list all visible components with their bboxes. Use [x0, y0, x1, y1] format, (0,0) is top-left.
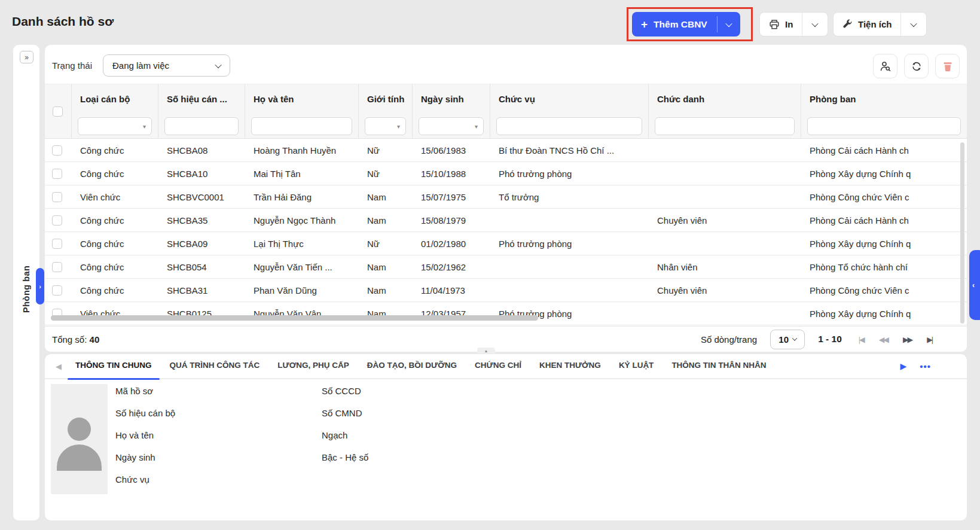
cell-chuc_danh: Chuyên viên: [649, 279, 801, 301]
cell-so_hieu: SHCBA09: [158, 232, 245, 255]
detail-field-label: Chức vụ: [115, 474, 175, 485]
vertical-scrollbar[interactable]: [960, 142, 964, 324]
filter-cell-1: [158, 113, 245, 139]
cell-gioi_tinh: Nam: [359, 185, 413, 208]
filter-input-2[interactable]: [251, 117, 352, 135]
table-row[interactable]: Công chứcSHCBA31Phan Văn DũngNam11/04/19…: [45, 279, 967, 302]
trash-icon: [943, 61, 952, 72]
tab-2[interactable]: LƯƠNG, PHỤ CẤP: [268, 354, 358, 379]
detail-field-label: Số CMND: [322, 408, 368, 418]
table-row[interactable]: Công chứcSHCBA09Lại Thị ThựcNữ01/02/1980…: [45, 232, 967, 255]
find-user-button[interactable]: [873, 54, 897, 78]
filter-select-3[interactable]: ▾: [365, 117, 406, 135]
tab-3[interactable]: ĐÀO TẠO, BỒI DƯỠNG: [358, 354, 466, 379]
filter-checkbox-cell: [45, 113, 72, 139]
cell-phong_ban: Phòng Cải cách Hành ch: [801, 209, 967, 232]
caret-down-icon: ▾: [475, 123, 478, 130]
detail-fields-left: Mã hồ sơSố hiệu cán bộHọ và tênNgày sinh…: [115, 386, 175, 485]
tabs-scroll-right-button[interactable]: ▶: [900, 361, 906, 371]
utilities-label: Tiện ích: [858, 19, 892, 29]
filter-input-7[interactable]: [807, 117, 961, 135]
sidebar-open-toggle[interactable]: ›: [36, 268, 44, 304]
filter-cell-4: ▾: [413, 113, 490, 139]
add-cbnv-label: Thêm CBNV: [654, 19, 707, 30]
print-button[interactable]: In: [760, 13, 802, 36]
row-checkbox[interactable]: [52, 192, 62, 202]
cell-chuc_vu: [490, 209, 649, 232]
tab-0[interactable]: THÔNG TIN CHUNG: [66, 354, 161, 379]
table-row[interactable]: Công chứcSHCBA10Mai Thị TânNữ15/10/1988P…: [45, 162, 967, 185]
filter-input-5[interactable]: [496, 117, 642, 135]
print-dropdown-button[interactable]: [802, 13, 828, 36]
detail-field-label: Mã hồ sơ: [115, 386, 175, 396]
right-panel-toggle[interactable]: ‹: [969, 250, 980, 320]
tabs-more-button[interactable]: •••: [920, 361, 931, 371]
total-value: 40: [90, 334, 100, 345]
rows-per-page-select[interactable]: 10: [770, 330, 805, 349]
cell-phong_ban: Phòng Công chức Viên c: [801, 185, 967, 208]
row-checkbox[interactable]: [52, 145, 62, 156]
utilities-button[interactable]: Tiện ích: [834, 13, 900, 36]
cell-chuc_vu: [490, 255, 649, 278]
tab-6[interactable]: KỶ LUẬT: [610, 354, 663, 379]
detail-tabbar: ◀ THÔNG TIN CHUNGQUÁ TRÌNH CÔNG TÁCLƯƠNG…: [45, 354, 967, 379]
table-row[interactable]: Công chứcSHCBA08Hoàng Thanh HuyềnNữ15/06…: [45, 139, 967, 162]
tabs-scroll-left-button[interactable]: ◀: [51, 362, 66, 371]
prev-page-button[interactable]: ◀◀: [879, 335, 888, 344]
filter-cell-7: [801, 113, 967, 139]
first-page-button[interactable]: |◀: [859, 335, 864, 344]
table-row[interactable]: Công chứcSHCBA35Nguyễn Ngọc ThànhNam15/0…: [45, 209, 967, 232]
horizontal-scrollbar[interactable]: [51, 315, 538, 321]
cell-ngay_sinh: 15/08/1979: [413, 209, 490, 232]
column-header-6: Chức danh: [649, 84, 801, 113]
next-page-button[interactable]: ▶▶: [903, 335, 912, 344]
cell-ngay_sinh: 01/02/1980: [413, 232, 490, 255]
status-select[interactable]: Đang làm việc: [103, 54, 230, 77]
tab-1[interactable]: QUÁ TRÌNH CÔNG TÁC: [161, 354, 269, 379]
records-table-panel: Trạng thái Đang làm việc Loại cán bộSố h…: [45, 45, 967, 352]
cell-ngay_sinh: 12/03/1957: [413, 302, 490, 325]
cell-loai_can_bo: Công chức: [72, 209, 158, 232]
tab-7[interactable]: THÔNG TIN THÂN NHÂN: [663, 354, 775, 379]
table-row[interactable]: Viên chứcSHCBVC0001Trần Hải ĐăngNam15/07…: [45, 185, 967, 209]
column-header-1: Số hiệu cán ...: [158, 84, 245, 113]
chevron-down-icon: [215, 61, 221, 68]
row-checkbox[interactable]: [52, 215, 62, 226]
table-row[interactable]: Viên chứcSHCB0125Nguyễn Văn VânNam12/03/…: [45, 302, 967, 325]
select-all-checkbox[interactable]: [53, 106, 63, 117]
delete-button[interactable]: [935, 54, 960, 78]
filter-cell-5: [490, 113, 649, 139]
detail-field-label: Ngạch: [322, 430, 368, 440]
last-page-button[interactable]: ▶|: [927, 335, 932, 344]
row-checkbox[interactable]: [52, 169, 62, 179]
filter-select-4[interactable]: ▾: [419, 117, 484, 135]
filter-cell-6: [649, 113, 801, 139]
row-checkbox-cell: [45, 209, 72, 232]
add-cbnv-dropdown-button[interactable]: [718, 12, 740, 36]
sidebar-expand-button[interactable]: »: [20, 51, 33, 63]
table-row[interactable]: Công chứcSHCB054Nguyễn Văn Tiến ...Nam15…: [45, 255, 967, 279]
filter-cell-0: ▾: [72, 113, 158, 139]
tab-5[interactable]: KHEN THƯỞNG: [530, 354, 610, 379]
chevron-down-icon: [812, 20, 819, 26]
tab-4[interactable]: CHỨNG CHỈ: [466, 354, 530, 379]
cell-chuc_danh: [649, 162, 801, 185]
row-checkbox[interactable]: [52, 262, 62, 272]
add-cbnv-button[interactable]: + Thêm CBNV: [632, 12, 717, 36]
printer-icon: [769, 19, 780, 30]
status-select-value: Đang làm việc: [112, 60, 169, 71]
page-range: 1 - 10: [818, 334, 842, 345]
rows-per-page-value: 10: [778, 334, 789, 345]
cell-loai_can_bo: Viên chức: [72, 302, 158, 325]
refresh-button[interactable]: [904, 54, 929, 78]
row-checkbox[interactable]: [52, 285, 62, 296]
column-header-2: Họ và tên: [245, 84, 359, 113]
row-checkbox[interactable]: [52, 239, 62, 249]
detail-panel-expand-handle[interactable]: ▲: [477, 348, 495, 354]
filter-input-1[interactable]: [164, 117, 239, 135]
utilities-dropdown-button[interactable]: [901, 13, 926, 36]
filter-input-6[interactable]: [655, 117, 795, 135]
add-cbnv-split-button[interactable]: + Thêm CBNV: [632, 12, 740, 36]
filter-select-0[interactable]: ▾: [78, 117, 152, 135]
detail-field-label: Ngày sinh: [115, 452, 175, 462]
